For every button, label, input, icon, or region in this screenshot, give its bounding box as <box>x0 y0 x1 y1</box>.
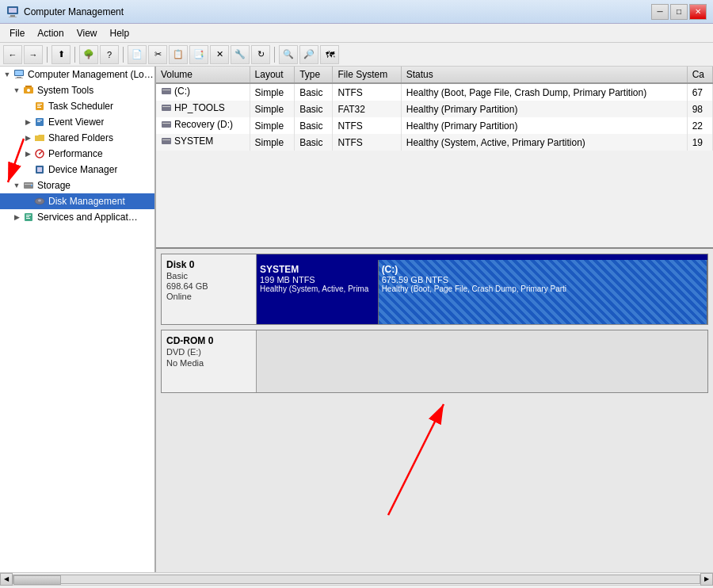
expand-event-viewer[interactable]: ▶ <box>22 116 33 128</box>
cdrom-status: No Media <box>166 358 251 368</box>
tree-event-viewer-label: Event Viewer <box>48 116 104 128</box>
help-button[interactable]: ? <box>100 45 119 64</box>
cell-layout: Simple <box>250 134 295 151</box>
properties-button[interactable]: 🔧 <box>231 45 250 64</box>
svg-point-20 <box>39 153 40 155</box>
cell-cap: 98 <box>687 101 712 117</box>
cell-status: Healthy (Primary Partition) <box>401 101 687 117</box>
table-row[interactable]: SYSTEM SimpleBasicNTFSHealthy (System, A… <box>156 134 713 151</box>
tree-performance-label: Performance <box>48 148 103 159</box>
disk-0-size: 698.64 GB <box>166 281 251 291</box>
tree-services[interactable]: ▶ Services and Applicat… <box>0 209 154 225</box>
cell-status: Healthy (Primary Partition) <box>401 117 687 134</box>
cell-fs: NTFS <box>333 134 401 151</box>
refresh-button[interactable]: ↻ <box>251 45 270 64</box>
expand-services[interactable]: ▶ <box>11 212 22 223</box>
tree-performance[interactable]: ▶ Performance <box>0 146 154 162</box>
cell-volume: Recovery (D:) <box>156 117 250 134</box>
menu-bar: File Action View Help <box>0 24 713 43</box>
partition-main-size: 675.59 GB NTFS <box>382 275 703 284</box>
export-button[interactable]: 📄 <box>128 45 147 64</box>
disk-0-name: Disk 0 <box>166 259 251 270</box>
menu-action[interactable]: Action <box>31 26 70 40</box>
table-row[interactable]: Recovery (D:) SimpleBasicNTFSHealthy (Pr… <box>156 117 713 134</box>
performance-icon <box>33 147 46 160</box>
partition-main-status: Healthy (Boot, Page File, Crash Dump, Pr… <box>382 284 703 293</box>
expand-storage[interactable]: ▼ <box>11 180 22 191</box>
svg-rect-16 <box>37 120 42 120</box>
back-button[interactable]: ← <box>3 45 22 64</box>
cell-layout: Simple <box>250 117 295 134</box>
tree-storage[interactable]: ▼ Storage <box>0 178 154 193</box>
content-area: Volume Layout Type File System Status Ca… <box>156 67 713 572</box>
cell-type: Basic <box>295 134 333 151</box>
svg-rect-31 <box>26 218 30 219</box>
paste-button[interactable]: 📑 <box>189 45 208 64</box>
scroll-right[interactable]: ▶ <box>700 573 713 586</box>
svg-rect-32 <box>162 88 171 94</box>
cell-cap: 67 <box>687 83 712 101</box>
show-hide-tree[interactable]: 🌳 <box>79 45 98 64</box>
scroll-thumb[interactable] <box>13 575 61 585</box>
cell-cap: 19 <box>687 134 712 151</box>
tree-shared-folders-label: Shared Folders <box>48 132 113 143</box>
tree-services-label: Services and Applicat… <box>37 212 138 223</box>
task-scheduler-icon <box>33 100 46 113</box>
bottom-scrollbar: ◀ ▶ <box>0 572 713 585</box>
menu-file[interactable]: File <box>3 26 31 40</box>
scroll-left[interactable]: ◀ <box>0 573 13 586</box>
maximize-button[interactable]: □ <box>670 4 688 20</box>
close-button[interactable]: ✕ <box>689 4 707 20</box>
forward-button[interactable]: → <box>24 45 43 64</box>
toolbar-sep-1 <box>47 47 48 63</box>
menu-help[interactable]: Help <box>104 26 136 40</box>
disk-0-status: Online <box>166 292 251 301</box>
event-viewer-icon <box>33 116 46 128</box>
copy-button[interactable]: 📋 <box>169 45 188 64</box>
expand-performance[interactable]: ▶ <box>22 148 33 159</box>
expand-system-tools[interactable]: ▼ <box>11 85 22 96</box>
toolbar-sep-4 <box>274 47 275 63</box>
up-button[interactable]: ⬆ <box>51 45 71 64</box>
tree-device-manager-label: Device Manager <box>48 164 117 175</box>
table-row[interactable]: HP_TOOLS SimpleBasicFAT32Healthy (Primar… <box>156 101 713 117</box>
svg-rect-34 <box>162 105 171 111</box>
menu-view[interactable]: View <box>71 26 104 40</box>
partition-system-status: Healthy (System, Active, Prima <box>260 284 375 293</box>
cell-fs: NTFS <box>333 117 401 134</box>
cut-button[interactable]: ✂ <box>148 45 167 64</box>
tree-task-scheduler[interactable]: ▶ Task Scheduler <box>0 98 154 114</box>
toolbar-sep-2 <box>74 47 75 63</box>
tree-disk-management[interactable]: ▶ Disk Management <box>0 193 154 209</box>
svg-point-10 <box>27 89 30 92</box>
expand-shared-folders[interactable]: ▶ <box>22 132 33 143</box>
minimize-button[interactable]: ─ <box>651 4 669 20</box>
tree-root[interactable]: ▼ Computer Management (Local) <box>0 67 154 82</box>
col-volume: Volume <box>156 67 250 83</box>
tree-event-viewer[interactable]: ▶ Event Viewer <box>0 114 154 130</box>
col-cap: Ca <box>687 67 712 83</box>
shared-folders-icon <box>33 132 46 144</box>
svg-rect-39 <box>162 139 170 140</box>
svg-rect-24 <box>25 184 32 185</box>
svg-rect-29 <box>26 215 31 216</box>
svg-rect-9 <box>25 86 32 87</box>
cell-type: Basic <box>295 101 333 117</box>
svg-rect-33 <box>162 90 170 90</box>
zoom-in-button[interactable]: 🔍 <box>279 45 298 64</box>
cell-type: Basic <box>295 83 333 101</box>
tree-device-manager[interactable]: ▶ Device Manager <box>0 162 154 178</box>
delete-button[interactable]: ✕ <box>210 45 229 64</box>
partition-main[interactable]: (C:) 675.59 GB NTFS Healthy (Boot, Page … <box>379 254 707 324</box>
tree-shared-folders[interactable]: ▶ Shared Folders <box>0 130 154 146</box>
partition-system[interactable]: SYSTEM 199 MB NTFS Healthy (System, Acti… <box>257 254 379 324</box>
col-type: Type <box>295 67 333 83</box>
expand-root[interactable]: ▼ <box>2 69 13 80</box>
map-button[interactable]: 🗺 <box>320 45 339 64</box>
tree-system-tools[interactable]: ▼ System Tools <box>0 82 154 98</box>
table-row[interactable]: (C:) SimpleBasicNTFSHealthy (Boot, Page … <box>156 83 713 101</box>
zoom-out-button[interactable]: 🔎 <box>299 45 318 64</box>
svg-rect-22 <box>37 167 42 172</box>
svg-rect-30 <box>26 216 29 217</box>
svg-rect-37 <box>162 123 170 124</box>
